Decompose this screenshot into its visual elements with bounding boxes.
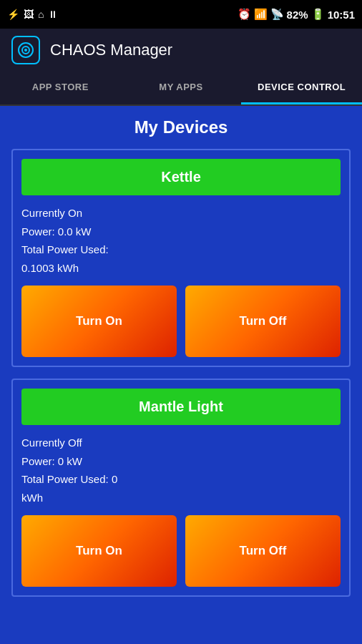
mantle-light-actions: Turn On Turn Off xyxy=(21,515,341,587)
kettle-turn-on-button[interactable]: Turn On xyxy=(21,286,177,357)
mantle-light-info: Currently Off Power: 0 kW Total Power Us… xyxy=(21,434,341,507)
home-icon: ⌂ xyxy=(38,9,44,20)
mantle-light-status: Currently Off xyxy=(21,434,341,452)
time-display: 10:51 xyxy=(328,9,355,21)
battery-icon: 🔋 xyxy=(311,8,325,21)
kettle-info: Currently On Power: 0.0 kW Total Power U… xyxy=(21,204,341,277)
kettle-turn-off-button[interactable]: Turn Off xyxy=(185,286,341,357)
mantle-light-turn-on-button[interactable]: Turn On xyxy=(21,515,177,587)
main-content: My Devices Kettle Currently On Power: 0.… xyxy=(0,106,362,644)
kettle-status: Currently On xyxy=(21,204,341,223)
mantle-light-turn-off-button[interactable]: Turn Off xyxy=(185,515,341,587)
svg-point-2 xyxy=(24,49,27,52)
page-title: My Devices xyxy=(11,117,351,137)
device-card-kettle: Kettle Currently On Power: 0.0 kW Total … xyxy=(11,149,351,367)
tab-my-apps[interactable]: MY APPS xyxy=(121,72,242,104)
status-icons-right: ⏰ 📶 📡 82% 🔋 10:51 xyxy=(238,8,355,21)
app-title: CHAOS Manager xyxy=(50,41,172,59)
tab-bar: APP STORE MY APPS DEVICE CONTROL xyxy=(0,72,362,106)
kettle-total-power-label: Total Power Used: xyxy=(21,240,341,259)
image-icon: 🖼 xyxy=(24,9,34,20)
mantle-light-power: Power: 0 kW xyxy=(21,452,341,471)
kettle-actions: Turn On Turn Off xyxy=(21,286,341,357)
kettle-total-power-value: 0.1003 kWh xyxy=(21,259,341,278)
pause-icon: ⏸ xyxy=(48,9,58,20)
usb-icon: ⚡ xyxy=(7,9,19,20)
device-card-mantle-light: Mantle Light Currently Off Power: 0 kW T… xyxy=(11,379,351,597)
signal-icon: 📡 xyxy=(270,8,284,21)
mantle-light-total-power: Total Power Used: 0 xyxy=(21,470,341,489)
kettle-name-button[interactable]: Kettle xyxy=(21,159,341,195)
app-logo xyxy=(11,36,40,64)
mantle-light-total-power-value: kWh xyxy=(21,489,341,507)
wifi-icon: 📶 xyxy=(254,8,268,21)
status-icons-left: ⚡ 🖼 ⌂ ⏸ xyxy=(7,9,58,20)
kettle-power: Power: 0.0 kW xyxy=(21,223,341,241)
tab-app-store[interactable]: APP STORE xyxy=(0,72,121,104)
battery-percent: 82% xyxy=(287,9,308,21)
tab-device-control[interactable]: DEVICE CONTROL xyxy=(241,72,362,104)
alarm-icon: ⏰ xyxy=(238,8,251,21)
mantle-light-name-button[interactable]: Mantle Light xyxy=(21,389,341,425)
app-header: CHAOS Manager xyxy=(0,29,362,72)
status-bar: ⚡ 🖼 ⌂ ⏸ ⏰ 📶 📡 82% 🔋 10:51 xyxy=(0,0,362,29)
